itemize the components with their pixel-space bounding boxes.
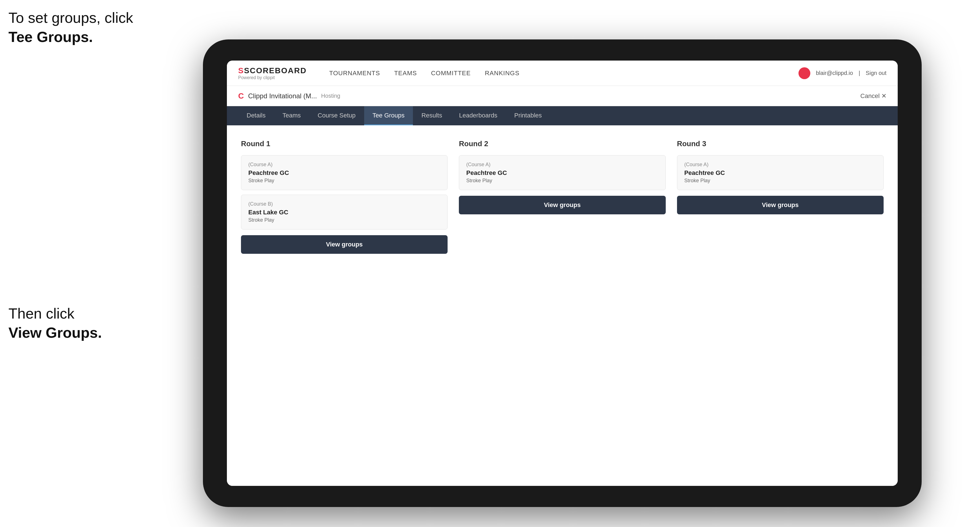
- round-3-title: Round 3: [677, 140, 884, 148]
- user-email: blair@clippd.io: [816, 70, 853, 76]
- round-1-column: Round 1 (Course A) Peachtree GC Stroke P…: [241, 140, 447, 254]
- tab-course-setup[interactable]: Course Setup: [309, 106, 364, 125]
- round-1-view-groups-button[interactable]: View groups: [241, 235, 447, 254]
- round-2-course-a-name: Peachtree GC: [466, 169, 658, 176]
- instruction-top-line1: To set groups, click: [8, 10, 133, 26]
- main-nav: TOURNAMENTS TEAMS COMMITTEE RANKINGS: [329, 70, 519, 77]
- round-1-course-b-format: Stroke Play: [248, 217, 440, 223]
- round-3-column: Round 3 (Course A) Peachtree GC Stroke P…: [677, 140, 884, 254]
- round-2-title: Round 2: [459, 140, 665, 148]
- round-1-course-a-card: (Course A) Peachtree GC Stroke Play: [241, 155, 447, 190]
- tablet-device: SSCOREBOARDSCOREBOARD Powered by clippit…: [203, 40, 922, 507]
- tab-teams[interactable]: Teams: [274, 106, 309, 125]
- tournament-bar: C Clippd Invitational (M... Hosting Canc…: [227, 86, 898, 106]
- rounds-grid: Round 1 (Course A) Peachtree GC Stroke P…: [241, 140, 884, 254]
- nav-tournaments[interactable]: TOURNAMENTS: [329, 70, 380, 77]
- instruction-bottom: Then click View Groups.: [8, 304, 102, 342]
- round-3-course-a-card: (Course A) Peachtree GC Stroke Play: [677, 155, 884, 190]
- round-1-course-a-format: Stroke Play: [248, 178, 440, 184]
- tournament-name: Clippd Invitational (M...: [248, 92, 317, 100]
- round-2-view-groups-button[interactable]: View groups: [459, 196, 665, 214]
- instruction-top-bold: Tee Groups.: [8, 29, 93, 45]
- logo-sub: Powered by clippit: [238, 75, 275, 80]
- tab-results[interactable]: Results: [413, 106, 450, 125]
- cancel-button[interactable]: Cancel ✕: [860, 92, 886, 100]
- main-content: Round 1 (Course A) Peachtree GC Stroke P…: [227, 125, 898, 486]
- tournament-info: C Clippd Invitational (M... Hosting: [238, 92, 340, 100]
- tab-leaderboards[interactable]: Leaderboards: [451, 106, 506, 125]
- instruction-bottom-line1: Then click: [8, 305, 75, 322]
- tab-details[interactable]: Details: [238, 106, 274, 125]
- sign-out-link[interactable]: Sign out: [866, 70, 886, 76]
- logo-text: SSCOREBOARDSCOREBOARD: [238, 66, 307, 75]
- round-1-course-b-name: East Lake GC: [248, 209, 440, 216]
- nav-teams[interactable]: TEAMS: [394, 70, 417, 77]
- tab-bar: Details Teams Course Setup Tee Groups Re…: [227, 106, 898, 125]
- round-3-view-groups-button[interactable]: View groups: [677, 196, 884, 214]
- instruction-bottom-bold: View Groups.: [8, 324, 102, 341]
- round-1-course-b-card: (Course B) East Lake GC Stroke Play: [241, 195, 447, 230]
- tab-printables[interactable]: Printables: [506, 106, 550, 125]
- logo-area: SSCOREBOARDSCOREBOARD Powered by clippit: [238, 66, 307, 80]
- round-3-course-a-name: Peachtree GC: [684, 169, 876, 176]
- round-2-column: Round 2 (Course A) Peachtree GC Stroke P…: [459, 140, 665, 254]
- instruction-top: To set groups, click Tee Groups.: [8, 8, 133, 46]
- separator: |: [859, 70, 860, 76]
- round-3-course-a-label: (Course A): [684, 162, 876, 168]
- logo-icon: S: [238, 66, 244, 75]
- top-nav: SSCOREBOARDSCOREBOARD Powered by clippit…: [227, 60, 898, 86]
- nav-committee[interactable]: COMMITTEE: [431, 70, 471, 77]
- round-1-course-b-label: (Course B): [248, 201, 440, 207]
- round-2-course-a-label: (Course A): [466, 162, 658, 168]
- round-1-course-a-name: Peachtree GC: [248, 169, 440, 176]
- round-2-course-a-format: Stroke Play: [466, 178, 658, 184]
- avatar: [799, 67, 810, 79]
- tab-tee-groups[interactable]: Tee Groups: [364, 106, 413, 125]
- round-3-course-a-format: Stroke Play: [684, 178, 876, 184]
- hosting-badge: Hosting: [321, 93, 340, 99]
- round-2-course-a-card: (Course A) Peachtree GC Stroke Play: [459, 155, 665, 190]
- tournament-logo-c: C: [238, 92, 244, 100]
- tablet-screen: SSCOREBOARDSCOREBOARD Powered by clippit…: [227, 60, 898, 486]
- nav-rankings[interactable]: RANKINGS: [485, 70, 519, 77]
- round-1-course-a-label: (Course A): [248, 162, 440, 168]
- round-1-title: Round 1: [241, 140, 447, 148]
- nav-right: blair@clippd.io | Sign out: [799, 67, 886, 79]
